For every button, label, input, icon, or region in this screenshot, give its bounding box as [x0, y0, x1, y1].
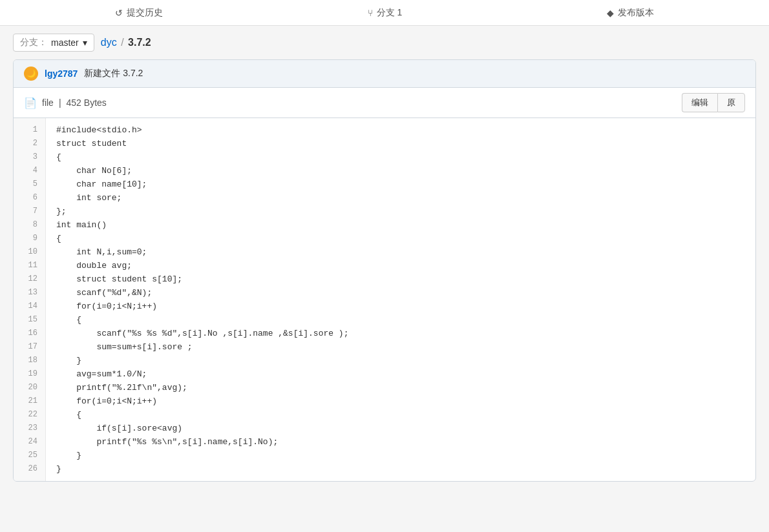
code-line: scanf("%s %s %d",s[i].No ,s[i].name ,&s[…	[56, 327, 755, 340]
commit-history-btn[interactable]: ↺ 提交历史	[102, 7, 176, 19]
avatar-emoji: 🌙	[26, 69, 36, 78]
line-number: 11	[14, 259, 45, 272]
file-sep: |	[59, 97, 61, 108]
code-line: }	[56, 449, 755, 462]
line-number: 1	[14, 123, 45, 137]
line-number: 8	[14, 218, 45, 232]
code-line: {	[56, 232, 755, 245]
commit-username[interactable]: lgy2787	[45, 68, 78, 79]
file-container: 🌙 lgy2787 新建文件 3.7.2 📄 file | 452 Bytes …	[13, 59, 756, 482]
file-name-label: file	[42, 97, 54, 108]
line-number: 21	[14, 394, 45, 408]
file-size: 452 Bytes	[67, 97, 107, 108]
file-info-left: 📄 file | 452 Bytes	[24, 97, 107, 109]
line-number: 25	[14, 449, 45, 462]
history-label: 提交历史	[127, 7, 163, 19]
file-info-right: 编辑 原	[682, 93, 745, 112]
code-line: char No[6];	[56, 164, 755, 178]
line-number: 16	[14, 327, 45, 340]
avatar: 🌙	[24, 66, 38, 81]
code-line: char name[10];	[56, 178, 755, 191]
tag-icon: ◆	[607, 8, 614, 18]
code-line: for(i=0;i<N;i++)	[56, 394, 755, 408]
line-number: 3	[14, 150, 45, 164]
branch-selector[interactable]: 分支： master ▾	[13, 34, 94, 52]
line-number: 12	[14, 272, 45, 286]
line-number: 26	[14, 462, 45, 476]
file-name-path: 3.7.2	[128, 37, 151, 48]
code-line: struct student s[10];	[56, 272, 755, 286]
commit-bar: 🌙 lgy2787 新建文件 3.7.2	[14, 60, 755, 88]
code-line: if(s[i].sore<avg)	[56, 422, 755, 435]
repo-link[interactable]: dyc	[101, 37, 117, 48]
line-number: 4	[14, 164, 45, 178]
chevron-down-icon: ▾	[83, 37, 87, 48]
line-number: 19	[14, 367, 45, 381]
code-line: }	[56, 354, 755, 367]
line-number: 23	[14, 422, 45, 435]
history-icon: ↺	[115, 8, 123, 18]
code-line: int sore;	[56, 191, 755, 205]
release-btn[interactable]: ◆ 发布版本	[594, 7, 667, 19]
file-doc-icon: 📄	[24, 97, 37, 109]
line-numbers: 1234567891011121314151617181920212223242…	[14, 118, 46, 481]
line-number: 24	[14, 435, 45, 449]
line-number: 13	[14, 286, 45, 300]
code-line: }	[56, 462, 755, 476]
release-label: 发布版本	[618, 7, 654, 19]
code-line: {	[56, 150, 755, 164]
branch-name: master	[51, 37, 79, 48]
branch-row: 分支： master ▾ dyc / 3.7.2	[0, 26, 769, 59]
code-line: printf("%s %s\n",s[i].name,s[i].No);	[56, 435, 755, 449]
code-line: };	[56, 205, 755, 218]
code-line: #include<stdio.h>	[56, 123, 755, 137]
code-line: avg=sum*1.0/N;	[56, 367, 755, 381]
line-number: 9	[14, 232, 45, 245]
commit-message: 新建文件 3.7.2	[84, 68, 143, 79]
code-line: double avg;	[56, 259, 755, 272]
line-number: 17	[14, 340, 45, 354]
code-line: printf("%.2lf\n",avg);	[56, 381, 755, 394]
branch-prefix: 分支：	[20, 37, 47, 48]
file-path: dyc / 3.7.2	[101, 37, 151, 48]
raw-button[interactable]: 原	[717, 93, 745, 112]
code-line: sum=sum+s[i].sore ;	[56, 340, 755, 354]
line-number: 15	[14, 313, 45, 327]
code-line: for(i=0;i<N;i++)	[56, 300, 755, 313]
branch-btn[interactable]: ⑂ 分支 1	[355, 7, 416, 19]
code-line: int main()	[56, 218, 755, 232]
code-lines: #include<stdio.h>struct student{ char No…	[46, 118, 755, 481]
line-number: 5	[14, 178, 45, 191]
file-info-bar: 📄 file | 452 Bytes 编辑 原	[14, 88, 755, 118]
line-number: 18	[14, 354, 45, 367]
edit-button[interactable]: 编辑	[682, 93, 717, 112]
branch-label: 分支 1	[377, 7, 403, 19]
code-line: struct student	[56, 137, 755, 150]
line-number: 20	[14, 381, 45, 394]
line-number: 10	[14, 245, 45, 259]
line-number: 7	[14, 205, 45, 218]
path-sep: /	[121, 37, 127, 48]
line-number: 22	[14, 408, 45, 422]
line-number: 14	[14, 300, 45, 313]
code-area: 1234567891011121314151617181920212223242…	[14, 118, 755, 481]
code-line: {	[56, 313, 755, 327]
branch-icon: ⑂	[368, 8, 373, 18]
code-line: int N,i,sum=0;	[56, 245, 755, 259]
top-bar: ↺ 提交历史 ⑂ 分支 1 ◆ 发布版本	[0, 0, 769, 26]
line-number: 6	[14, 191, 45, 205]
code-line: scanf("%d",&N);	[56, 286, 755, 300]
code-line: {	[56, 408, 755, 422]
line-number: 2	[14, 137, 45, 150]
